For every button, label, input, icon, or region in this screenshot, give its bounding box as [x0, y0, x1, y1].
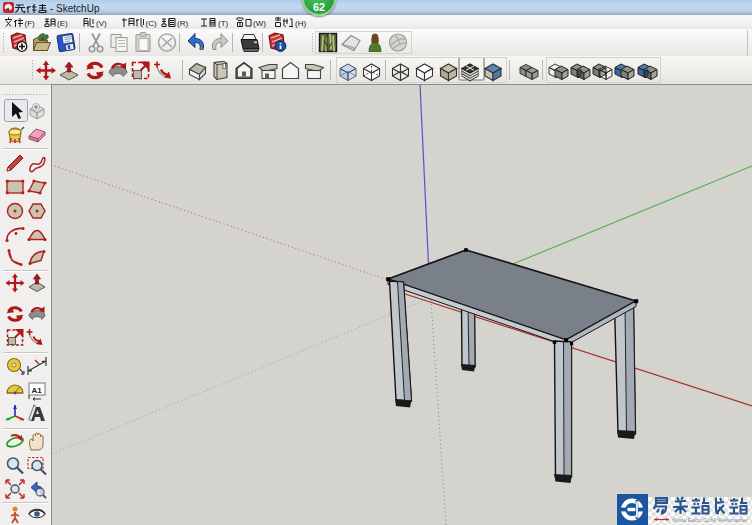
svg-text:(E): (E)	[57, 19, 68, 28]
svg-text:A1: A1	[32, 386, 43, 395]
svg-text:(R): (R)	[177, 19, 188, 28]
svg-text:- SketchUp: - SketchUp	[50, 3, 100, 14]
svg-text:Www.Eacn.CoM Webmaster: Www.Eacn.CoM Webmaster	[672, 517, 748, 523]
svg-text:(T): (T)	[218, 19, 229, 28]
svg-text:(H): (H)	[295, 19, 306, 28]
svg-text:(V): (V)	[96, 19, 107, 28]
svg-text:(C): (C)	[146, 19, 157, 28]
svg-text:(F): (F)	[25, 19, 36, 28]
svg-text:(W): (W)	[253, 19, 266, 28]
